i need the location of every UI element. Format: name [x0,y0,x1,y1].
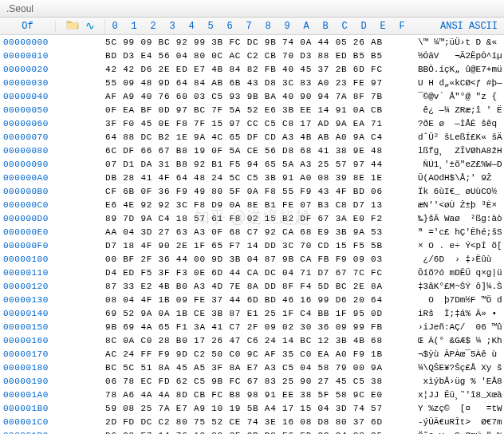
ascii-text[interactable]: ¯©@v` Å"°@ "z { [411,92,504,101]
hex-row[interactable]: 00000180BC 5C 51 8A 45 A5 3F 8A E7 A3 C5… [0,361,504,374]
hex-row[interactable]: 00000170AC 24 FF F9 9D C2 50 C0 9C AF 35… [0,347,504,361]
hex-row[interactable]: 000001D0D6 98 E7 14 76 A0 00 3F 9B D8 E6… [0,428,504,434]
hex-col-header-7[interactable]: 7 [239,21,258,32]
hex-col-header-9[interactable]: 9 [278,21,297,32]
ascii-text[interactable]: ‡3âK°£M~ŠÝ ô]¼.Š [411,282,504,291]
hex-bytes[interactable]: D4 ED F5 3F F3 0E 6D 44 CA DC 04 71 D7 6… [105,268,411,278]
ascii-text[interactable]: Y %zç© [¤ =tW [411,404,504,413]
ascii-text[interactable]: ¼\QŠE¥?Šç£Å Xy š [411,363,504,373]
ascii-text[interactable]: xìýbÅ›üg % 'EÅ8 [411,377,504,386]
hex-bytes[interactable]: DB 28 41 4F 64 48 24 5C C5 3B 91 A0 08 3… [105,173,411,183]
hex-row[interactable]: 00000010BD D3 E4 56 04 80 0C AC C2 CB 70… [0,49,504,62]
ascii-text[interactable]: Ïk 6ùI€_ øUùCO½ [411,187,504,196]
hex-bytes[interactable]: BD D3 E4 56 04 80 0C AC C2 CB 70 D3 88 E… [105,51,411,61]
ascii-text[interactable]: ‰}šÄ Waø ²ßg:àò [411,214,504,223]
hex-row[interactable]: 0000003055 09 48 9D 64 84 AB 6B 43 D8 3C… [0,76,504,89]
hex-col-header-2[interactable]: 2 [144,21,163,32]
hex-bytes[interactable]: 9B 69 4A 65 F1 3A 41 C7 2F 09 02 30 36 0… [105,322,411,332]
ascii-text[interactable]: ª ='c£ hÇ'Êhé;šS [411,227,504,237]
ascii-header[interactable]: ANSI ASCII [411,21,504,32]
hex-bytes[interactable]: 59 08 25 7A E7 A9 10 19 5B A4 17 15 04 3… [105,404,411,413]
ascii-text[interactable]: dˆÜ² šLeßÍ£K« šÄ [411,132,504,142]
hex-bytes[interactable]: E6 4E 92 92 3C F8 D9 0A 8E B1 FE 07 B3 C… [105,200,411,210]
hex-bytes[interactable]: AF A9 40 76 60 03 C5 93 9B BA 40 90 94 7… [105,92,411,101]
hex-bytes[interactable]: 5C 99 09 BC 92 99 3B FC DC 9B 74 0A 44 0… [105,37,411,47]
hex-bytes[interactable]: D6 98 E7 14 76 A0 00 3F 9B D8 E6 FD 2C 9… [105,431,411,435]
offset-header[interactable]: Of [0,21,56,32]
hex-col-header-5[interactable]: 5 [201,21,220,32]
ascii-text[interactable]: lßfg¸ ZÎVØhA8žH [411,146,504,156]
hex-row[interactable]: 000000E0AA 04 3D 27 63 A3 0F 68 C7 92 CA… [0,225,504,239]
ascii-text[interactable]: ›iJeñ:AÇ/ 06 ™û [411,322,504,332]
hex-bytes[interactable]: 2D FD DC C2 80 75 52 CE 74 3E 16 08 D8 8… [105,417,411,427]
ascii-text[interactable]: U H d„«kCØ<ƒ #þ— [411,78,504,88]
ascii-text[interactable]: × O . e÷ Ý<pÍ õ[ [411,241,504,251]
hex-row[interactable]: 000001C02D FD DC C2 80 75 52 CE 74 3E 16… [0,415,504,428]
hex-col-header-0[interactable]: 0 [105,21,124,32]
hex-row[interactable]: 000000005C 99 09 BC 92 99 3B FC DC 9B 74… [0,35,504,49]
hex-row[interactable]: 000000B0CF 6B 0F 36 F9 49 80 5F 0A F8 55… [0,184,504,198]
ascii-text[interactable]: O þ7Dm½F ™Ö d [411,295,504,305]
ascii-text[interactable]: -ýÜÂ€uRÎt> Ø€7m [411,417,504,427]
wave-icon[interactable]: ∿ [85,19,95,33]
ascii-text[interactable]: ½ÓäV ¬Â2ËpÓ^íµ [411,51,504,61]
hex-bytes[interactable]: 87 33 E2 4B B0 A3 4D 7E 8A DD 8F F4 5D B… [105,282,411,291]
hex-bytes[interactable]: 07 D1 DA 31 B8 92 B1 F5 94 65 5A A3 25 5… [105,160,411,169]
hex-row[interactable]: 0000012087 33 E2 4B B0 A3 4D 7E 8A DD 8F… [0,279,504,293]
ascii-text[interactable]: Û(AOdH$\Å;' 9Ž [411,173,504,183]
hex-col-header-B[interactable]: B [316,21,335,32]
ascii-text[interactable]: æN''<øÙ Ž±þ ³È× [411,200,504,210]
hex-bytes[interactable]: BC 5C 51 8A 45 A5 3F 8A E7 A3 C5 04 58 7… [105,363,411,373]
ascii-text[interactable]: ?ðE ø —ÌÅÈ ­šêq [411,119,504,128]
hex-row[interactable]: 0000010000 BF 2F 36 44 00 9D 3B 04 87 9B… [0,252,504,266]
hex-col-header-E[interactable]: E [373,21,392,32]
hex-bytes[interactable]: 6C DF 66 67 B8 19 0F 5A CE 56 D8 68 41 3… [105,146,411,156]
hex-col-header-A[interactable]: A [297,21,316,32]
hex-row[interactable]: 000001B059 08 25 7A E7 A9 10 19 5B A4 17… [0,401,504,415]
hex-row[interactable]: 000001509B 69 4A 65 F1 3A 41 C7 2F 09 02… [0,320,504,333]
hex-row[interactable]: 000000A0DB 28 41 4F 64 48 24 5C C5 3B 91… [0,171,504,184]
hex-row[interactable]: 00000040AF A9 40 76 60 03 C5 93 9B BA 40… [0,89,504,103]
hex-bytes[interactable]: 42 42 D6 2E ED E7 4B 84 82 FB 40 45 37 2… [105,65,411,74]
hex-row[interactable]: 0000019006 78 EC FD 62 C5 9B FC 67 83 25… [0,374,504,388]
hex-row[interactable]: 000000603F F0 45 0E F8 7F 15 97 CC C5 C8… [0,116,504,130]
hex-col-header-4[interactable]: 4 [182,21,201,32]
ascii-text[interactable]: ÑÚ1¸'±õ"eZ£%W—D [411,160,504,169]
hex-row[interactable]: 0000009007 D1 DA 31 B8 92 B1 F5 94 65 5A… [0,157,504,171]
hex-bytes[interactable]: 89 7D 9A C4 18 57 61 F8 02 15 B2 DF 67 3… [105,214,411,223]
folder-icon[interactable] [66,19,79,34]
hex-row[interactable]: 000000806C DF 66 67 B8 19 0F 5A CE 56 D8… [0,144,504,157]
hex-row[interactable]: 0000014069 52 9A 0A 1B CE 3B 87 E1 25 1F… [0,306,504,320]
hex-col-header-3[interactable]: 3 [163,21,182,32]
ascii-text[interactable]: x¦JJ Ëü¸˜'î8_Xœà [411,390,504,400]
hex-col-header-6[interactable]: 6 [220,21,239,32]
hex-bytes[interactable]: AC 24 FF F9 9D C2 50 C0 9C AF 35 C0 EA A… [105,349,411,359]
hex-col-header-D[interactable]: D [354,21,373,32]
ascii-text[interactable]: \™ ¼™;üÜ›t D &« [411,37,504,47]
hex-row[interactable]: 0000013008 04 4F 1B 09 FE 37 44 6D BD 46… [0,293,504,306]
hex-bytes[interactable]: AA 04 3D 27 63 A3 0F 68 C7 92 CA 68 E9 3… [105,227,411,237]
hex-col-header-1[interactable]: 1 [124,21,144,32]
hex-bytes[interactable]: 08 04 4F 1B 09 FE 37 44 6D BD 46 16 99 D… [105,295,411,305]
hex-bytes[interactable]: 3F F0 45 0E F8 7F 15 97 CC C5 C8 17 AD 9… [105,119,411,128]
hex-row[interactable]: 000000500F EA BF 0D 97 BC 7F 5A 52 E6 3B… [0,103,504,116]
ascii-text[interactable]: Œ À(° &GÆ$ ¼ ;Kh [411,336,504,345]
ascii-text[interactable]: ¬$ÿù ÂPÀœ¯5Àê ù [411,349,504,359]
hex-row[interactable]: 000000D089 7D 9A C4 18 57 61 F8 02 15 B2… [0,211,504,225]
hex-row[interactable]: 000001A078 A6 4A 4A 8D CB FC B8 98 91 EE… [0,388,504,401]
ascii-text[interactable]: iRš Î;‡á% Ä» • [411,309,504,318]
hex-row[interactable]: 00000110D4 ED F5 3F F3 0E 6D 44 CA DC 04… [0,266,504,279]
hex-bytes[interactable]: 64 88 DC B2 1E 9A 4C 65 DF CD A3 4B AB A… [105,132,411,142]
ascii-text[interactable]: BBÖ.íçK„ û@E7+mü [411,65,504,74]
hex-row[interactable]: 0000002042 42 D6 2E ED E7 4B 84 82 FB 40… [0,62,504,76]
hex-row[interactable]: 0000007064 88 DC B2 1E 9A 4C 65 DF CD A3… [0,130,504,144]
hex-bytes[interactable]: 8C 0A C0 28 B0 17 26 47 C6 24 14 BC 12 3… [105,336,411,345]
hex-col-header-8[interactable]: 8 [258,21,278,32]
hex-col-header-F[interactable]: F [392,21,411,32]
hex-row[interactable]: 000001608C 0A C0 28 B0 17 26 47 C6 24 14… [0,333,504,347]
ascii-text[interactable]: Ôíõ?ó mDÊÜ q×g|ü [411,268,504,278]
hex-row[interactable]: 000000F0D7 18 4F 90 2E 1F 65 F7 14 DD 3C… [0,239,504,252]
hex-bytes[interactable]: 78 A6 4A 4A 8D CB FC B8 98 91 EE 38 5F 5… [105,390,411,400]
hex-bytes[interactable]: 69 52 9A 0A 1B CE 3B 87 E1 25 1F C4 BB 1… [105,309,411,318]
hex-bytes[interactable]: 00 BF 2F 36 44 00 9D 3B 04 87 9B CA FB F… [105,254,411,264]
